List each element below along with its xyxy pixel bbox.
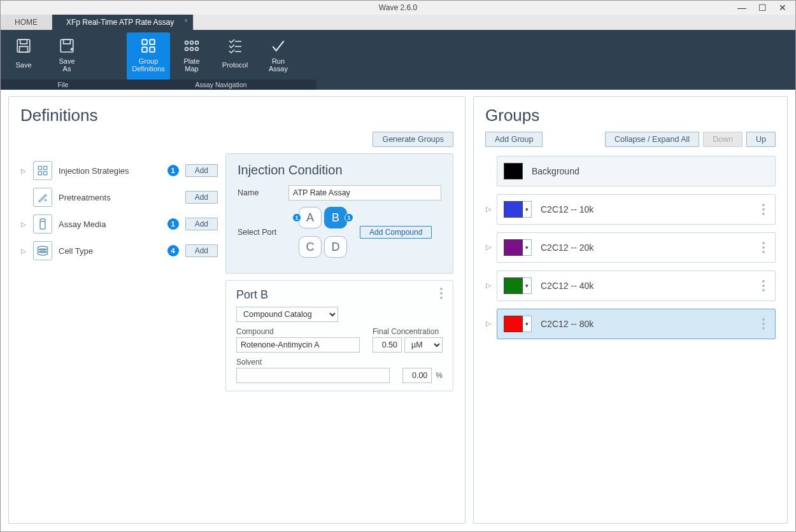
group-swatch (504, 201, 523, 218)
expand-icon[interactable]: ▷ (20, 221, 27, 228)
svg-point-14 (195, 48, 199, 51)
compound-catalog-select[interactable]: Compound Catalog (236, 307, 338, 322)
port-a[interactable]: A (299, 207, 322, 228)
solvent-label: Solvent (236, 358, 390, 367)
select-port-label: Select Port (238, 228, 282, 237)
tab-bar: HOME XFp Real-Time ATP Rate Assay (1, 15, 795, 30)
move-up-button[interactable]: Up (746, 132, 776, 147)
protocol-icon (225, 36, 245, 55)
add-group-button[interactable]: Add Group (485, 132, 543, 147)
svg-rect-18 (44, 172, 47, 175)
def-row-cell-type[interactable]: ▷ Cell Type 4 Add (20, 237, 218, 264)
port-b-card: Port B Compound Catalog Compound Final C… (225, 280, 453, 391)
name-label: Name (238, 188, 282, 197)
port-a-badge: 1 (292, 213, 301, 222)
expand-icon[interactable]: ▷ (486, 243, 491, 251)
generate-groups-button[interactable]: Generate Groups (373, 132, 453, 147)
add-injection-strategy-button[interactable]: Add (185, 164, 218, 177)
group-menu-icon[interactable] (758, 318, 769, 330)
port-selector: A B C D 1 1 (292, 207, 350, 258)
final-concentration-input[interactable] (373, 337, 402, 353)
cell-type-icon (33, 241, 52, 260)
color-dropdown-icon[interactable]: ▾ (523, 316, 532, 332)
group-menu-icon[interactable] (758, 203, 769, 216)
group-swatch (504, 277, 523, 294)
group-definitions-icon (138, 36, 159, 55)
collapse-expand-button[interactable]: Collapse / Expand All (605, 132, 699, 147)
percent-symbol: % (436, 371, 443, 380)
expand-icon[interactable]: ▷ (486, 205, 491, 213)
plate-map-button[interactable]: Plate Map (170, 32, 213, 80)
count-badge: 1 (167, 165, 179, 176)
expand-icon[interactable]: ▷ (20, 248, 27, 255)
port-b-menu-icon[interactable] (436, 287, 446, 300)
group-item-c2c12-10k[interactable]: ▷ ▾ C2C12 -- 10k (497, 194, 776, 225)
group-menu-icon[interactable] (758, 279, 769, 292)
color-dropdown-icon[interactable]: ▾ (523, 277, 532, 294)
save-as-button[interactable]: Save As (45, 32, 89, 80)
svg-rect-8 (150, 47, 155, 52)
ribbon-group-nav-label: Assay Navigation (125, 80, 316, 90)
minimize-button[interactable]: — (732, 1, 752, 14)
group-swatch (504, 163, 523, 179)
def-row-assay-media[interactable]: ▷ Assay Media 1 Add (20, 211, 218, 237)
save-button[interactable]: Save (2, 32, 45, 80)
add-assay-media-button[interactable]: Add (185, 218, 218, 230)
svg-rect-2 (20, 46, 28, 52)
expand-icon[interactable]: ▷ (486, 319, 491, 328)
port-b-badge: 1 (345, 213, 353, 222)
group-definitions-button[interactable]: Group Definitions (127, 32, 170, 80)
color-dropdown-icon[interactable]: ▾ (523, 201, 532, 218)
def-row-pretreatments[interactable]: Pretreatments Add (20, 184, 218, 211)
groups-title: Groups (485, 106, 776, 125)
move-down-button[interactable]: Down (703, 132, 743, 147)
solvent-input[interactable] (236, 368, 390, 383)
svg-rect-6 (150, 39, 155, 45)
svg-rect-15 (38, 166, 41, 169)
tab-assay[interactable]: XFp Real-Time ATP Rate Assay (52, 15, 194, 30)
port-d[interactable]: D (324, 236, 347, 258)
svg-rect-1 (20, 39, 27, 44)
expand-icon[interactable]: ▷ (486, 281, 491, 290)
add-cell-type-button[interactable]: Add (185, 244, 218, 257)
color-dropdown-icon[interactable]: ▾ (523, 239, 532, 256)
compound-input[interactable] (236, 337, 360, 353)
tab-home[interactable]: HOME (1, 15, 52, 30)
add-compound-button[interactable]: Add Compound (360, 226, 432, 239)
group-menu-icon[interactable] (758, 241, 769, 254)
svg-point-10 (190, 41, 194, 45)
group-item-c2c12-40k[interactable]: ▷ ▾ C2C12 -- 40k (497, 270, 776, 301)
save-icon (13, 36, 34, 55)
svg-point-12 (185, 48, 188, 51)
final-concentration-unit-select[interactable]: µM (404, 337, 443, 353)
groups-panel: Groups Add Group Collapse / Expand All D… (473, 96, 788, 524)
def-row-injection-strategies[interactable]: ▷ Injection Strategies 1 Add (20, 157, 218, 184)
port-b-title: Port B (236, 288, 443, 302)
svg-point-19 (45, 199, 46, 200)
group-item-background[interactable]: Background (497, 156, 776, 186)
titlebar: Wave 2.6.0 — ☐ ✕ (1, 1, 795, 15)
add-pretreatment-button[interactable]: Add (185, 191, 218, 204)
group-swatch (504, 316, 523, 332)
solvent-percent-input[interactable] (402, 368, 432, 383)
expand-icon[interactable]: ▷ (20, 167, 27, 174)
svg-rect-5 (142, 39, 147, 45)
close-button[interactable]: ✕ (772, 1, 793, 14)
svg-point-13 (190, 48, 194, 51)
svg-rect-17 (38, 172, 41, 175)
pretreatments-icon (33, 188, 52, 207)
port-c[interactable]: C (299, 236, 322, 258)
svg-point-24 (38, 251, 48, 255)
run-assay-button[interactable]: Run Assay (257, 32, 300, 80)
window-title: Wave 2.6.0 (379, 3, 417, 12)
svg-rect-7 (142, 47, 147, 52)
group-item-c2c12-20k[interactable]: ▷ ▾ C2C12 -- 20k (497, 232, 776, 263)
injection-name-input[interactable] (288, 185, 441, 200)
port-b[interactable]: B (324, 207, 347, 228)
protocol-button[interactable]: Protocol (213, 32, 257, 80)
svg-rect-20 (40, 219, 45, 229)
final-concentration-label: Final Concentration (373, 327, 443, 336)
group-item-c2c12-80k[interactable]: ▷ ▾ C2C12 -- 80k (497, 309, 776, 339)
ribbon: Save Save As File Group Definitions (1, 30, 795, 90)
maximize-button[interactable]: ☐ (752, 1, 772, 14)
